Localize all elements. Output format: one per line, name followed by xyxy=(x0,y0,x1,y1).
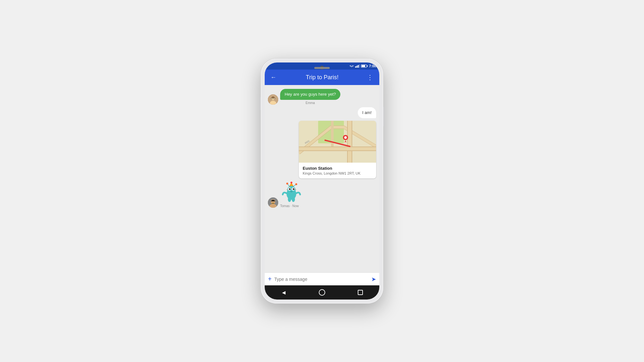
message-group-emma: Hey are you guys here yet? Emma xyxy=(280,89,340,105)
send-button[interactable]: ➤ xyxy=(371,276,376,283)
location-name: Euston Station xyxy=(303,166,372,171)
svg-point-39 xyxy=(295,183,297,185)
svg-point-32 xyxy=(289,188,291,190)
avatar-tomas xyxy=(268,197,278,208)
message-row-incoming: Hey are you guys here yet? Emma xyxy=(268,89,376,105)
nav-bar: ◀ xyxy=(265,285,379,300)
map-area: A501 xyxy=(299,121,376,163)
bubble-text: I am! xyxy=(362,110,372,115)
nav-home-button[interactable] xyxy=(317,287,327,298)
sender-label-emma: Emma xyxy=(280,101,340,105)
phone-device: 7:00 ← Trip to Paris! ⋮ xyxy=(261,59,383,303)
status-time: 7:00 xyxy=(369,64,376,68)
wifi-icon xyxy=(349,64,354,68)
svg-point-40 xyxy=(288,197,291,202)
svg-rect-2 xyxy=(358,65,359,68)
back-button[interactable]: ← xyxy=(268,71,279,83)
recents-icon xyxy=(358,290,363,295)
map-svg: A501 xyxy=(299,121,376,163)
svg-point-25 xyxy=(290,182,292,184)
message-input[interactable] xyxy=(274,277,369,282)
add-button[interactable]: + xyxy=(268,275,272,283)
svg-point-37 xyxy=(286,183,288,185)
svg-rect-0 xyxy=(355,66,356,68)
bubble-emma: Hey are you guys here yet? xyxy=(280,89,340,100)
avatar-emma xyxy=(268,94,278,105)
input-bar: + ➤ xyxy=(265,272,379,285)
sticker-image xyxy=(280,181,303,204)
svg-rect-3 xyxy=(359,64,360,68)
svg-point-35 xyxy=(294,188,294,189)
speaker xyxy=(314,67,330,69)
app-bar-title: Trip to Paris! xyxy=(280,74,364,81)
battery-icon xyxy=(361,64,367,68)
phone-screen: 7:00 ← Trip to Paris! ⋮ xyxy=(265,62,379,300)
nav-recents-button[interactable] xyxy=(355,287,365,298)
location-card[interactable]: A501 Euston Station Kings Cross, Longdon… xyxy=(299,121,376,178)
chat-area: Hey are you guys here yet? Emma I am! xyxy=(265,85,379,272)
location-addr: Kings Cross, Longdon NW1 2RT, UK xyxy=(303,171,372,175)
message-row-location: A501 Euston Station Kings Cross, Longdon… xyxy=(268,121,376,178)
svg-point-18 xyxy=(344,136,347,139)
signal-icon xyxy=(355,64,360,68)
location-info: Euston Station Kings Cross, Longdon NW1 … xyxy=(299,163,376,178)
status-icons: 7:00 xyxy=(349,64,376,68)
bubble-text: Hey are you guys here yet? xyxy=(285,92,336,97)
svg-rect-1 xyxy=(356,66,357,68)
svg-point-41 xyxy=(292,197,295,202)
app-bar: ← Trip to Paris! ⋮ xyxy=(265,70,379,85)
side-button-left xyxy=(260,97,261,110)
bubble-outgoing-iam: I am! xyxy=(358,107,376,118)
sticker-group: Tomas · Now xyxy=(280,181,303,208)
message-row-outgoing-iam: I am! xyxy=(268,107,376,118)
svg-point-34 xyxy=(290,188,290,189)
sticker-label: Tomas · Now xyxy=(280,204,303,208)
message-row-sticker: Tomas · Now xyxy=(268,181,376,208)
svg-rect-13 xyxy=(348,121,352,163)
home-icon xyxy=(319,289,325,296)
svg-point-33 xyxy=(293,188,295,190)
nav-back-button[interactable]: ◀ xyxy=(279,287,289,298)
svg-rect-15 xyxy=(299,147,376,150)
side-button-right xyxy=(383,107,384,126)
more-button[interactable]: ⋮ xyxy=(364,71,376,84)
